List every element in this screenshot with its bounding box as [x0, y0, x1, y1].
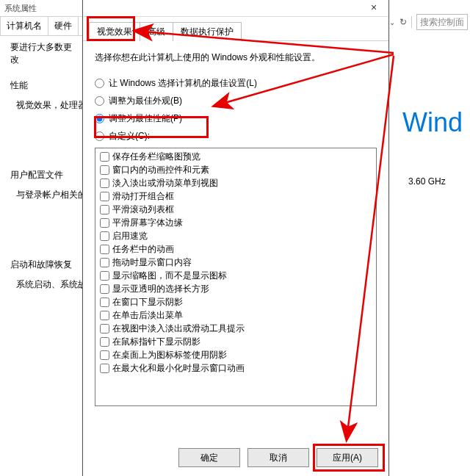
effect-checkbox[interactable]	[100, 258, 109, 267]
effect-checkbox[interactable]	[100, 364, 109, 373]
effect-checkbox-row[interactable]: 平滑滚动列表框	[97, 203, 376, 216]
bg-profile-sub: 与登录帐户相关的	[0, 184, 82, 201]
dialog-tabstrip: 视觉效果 高级 数据执行保护	[83, 21, 388, 41]
effect-checkbox[interactable]	[100, 337, 109, 347]
description-text: 选择你想在此计算机上使用的 Windows 外观和性能设置。	[95, 51, 377, 64]
effect-checkbox-row[interactable]: 在鼠标指针下显示阴影	[97, 335, 376, 348]
effect-checkbox-row[interactable]: 拖动时显示窗口内容	[97, 256, 376, 269]
radio-best-appearance[interactable]: 调整为最佳外观(B)	[95, 92, 377, 109]
effect-checkbox[interactable]	[100, 192, 109, 201]
effect-checkbox-label: 显示缩略图，而不是显示图标	[112, 270, 227, 282]
effect-checkbox[interactable]	[100, 350, 109, 360]
effect-checkbox-row[interactable]: 显示亚透明的选择长方形	[97, 282, 376, 295]
dialog-titlebar: ×	[83, 0, 388, 17]
effect-checkbox[interactable]	[100, 311, 109, 320]
effect-checkbox[interactable]	[100, 178, 109, 188]
radio-best-performance[interactable]: 调整为最佳性能(P)	[95, 109, 377, 127]
effect-checkbox[interactable]	[100, 231, 109, 241]
effect-checkbox[interactable]	[100, 165, 109, 175]
effect-checkbox-label: 在单击后淡出菜单	[112, 309, 183, 322]
effect-checkbox-row[interactable]: 在视图中淡入淡出或滑动工具提示	[97, 322, 376, 335]
effect-checkbox-row[interactable]: 任务栏中的动画	[97, 242, 376, 256]
dialog-button-row: 确定 取消 应用(A)	[178, 448, 378, 467]
effect-checkbox-row[interactable]: 滑动打开组合框	[97, 190, 376, 203]
bg-startup-sub: 系统启动、系统故	[0, 274, 82, 291]
radio-label: 调整为最佳外观(B)	[109, 95, 182, 107]
effect-checkbox-label: 平滑滚动列表框	[112, 203, 174, 216]
effect-checkbox-label: 窗口内的动画控件和元素	[112, 164, 209, 176]
refresh-icon[interactable]: ↻	[400, 17, 407, 27]
explorer-toolbar-fragment: ⌄ ↻ 搜索控制面	[389, 15, 468, 29]
chevron-down-icon[interactable]: ⌄	[389, 18, 395, 26]
effect-checkbox-label: 保存任务栏缩略图预览	[112, 151, 200, 163]
cpu-ghz-text: 3.60 GHz	[408, 176, 446, 187]
radio-let-windows-choose[interactable]: 让 Windows 选择计算机的最佳设置(L)	[95, 74, 377, 92]
radio-input[interactable]	[95, 96, 104, 106]
effect-checkbox[interactable]	[100, 218, 109, 228]
bg-titlebar: 系统属性	[0, 0, 87, 17]
radio-input[interactable]	[95, 131, 104, 141]
search-input[interactable]: 搜索控制面	[416, 14, 468, 30]
effect-checkbox-label: 在视图中淡入淡出或滑动工具提示	[112, 322, 245, 335]
effect-checkbox-label: 启用速览	[112, 230, 148, 242]
bg-tab-hardware[interactable]: 硬件	[48, 16, 79, 35]
effect-checkbox-row[interactable]: 启用速览	[97, 229, 376, 242]
cancel-button[interactable]: 取消	[247, 448, 309, 467]
radio-label: 让 Windows 选择计算机的最佳设置(L)	[109, 77, 257, 90]
effects-checkbox-panel[interactable]: 保存任务栏缩略图预览窗口内的动画控件和元素淡入淡出或滑动菜单到视图滑动打开组合框…	[95, 148, 377, 406]
bg-startup-title: 启动和故障恢复	[0, 245, 82, 274]
tab-advanced[interactable]: 高级	[140, 22, 173, 41]
effect-checkbox-label: 显示亚透明的选择长方形	[112, 283, 209, 295]
effect-checkbox-row[interactable]: 在窗口下显示阴影	[97, 295, 376, 309]
effect-checkbox[interactable]	[100, 152, 109, 162]
effect-checkbox-label: 在窗口下显示阴影	[112, 296, 183, 309]
close-icon[interactable]: ×	[359, 0, 388, 16]
bg-tabstrip: 计算机名 硬件	[0, 16, 82, 36]
effect-checkbox[interactable]	[100, 245, 109, 254]
tab-dep[interactable]: 数据执行保护	[173, 22, 242, 41]
effect-checkbox[interactable]	[100, 205, 109, 214]
radio-input[interactable]	[95, 114, 104, 123]
apply-button[interactable]: 应用(A)	[317, 448, 378, 467]
effect-checkbox-label: 淡入淡出或滑动菜单到视图	[112, 177, 218, 190]
effect-checkbox-row[interactable]: 窗口内的动画控件和元素	[97, 163, 376, 176]
effect-checkbox-label: 拖动时显示窗口内容	[112, 256, 192, 269]
effect-checkbox-row[interactable]: 显示缩略图，而不是显示图标	[97, 269, 376, 282]
effect-checkbox-label: 任务栏中的动画	[112, 243, 174, 256]
effect-checkbox-label: 在桌面上为图标标签使用阴影	[112, 349, 227, 361]
effect-checkbox[interactable]	[100, 298, 109, 307]
ok-button[interactable]: 确定	[178, 448, 240, 467]
tab-visual-effects[interactable]: 视觉效果	[89, 22, 140, 41]
radio-custom[interactable]: 自定义(C):	[95, 127, 377, 145]
radio-label: 调整为最佳性能(P)	[109, 112, 182, 125]
effect-checkbox-label: 滑动打开组合框	[112, 190, 174, 203]
bg-advice-text: 要进行大多数更改	[0, 35, 82, 66]
windows-logo-text: Wind	[402, 107, 463, 138]
effect-checkbox[interactable]	[100, 284, 109, 294]
bg-perf-sub: 视觉效果，处理器	[0, 95, 82, 112]
effect-checkbox-row[interactable]: 在最大化和最小化时显示窗口动画	[97, 361, 376, 375]
performance-options-dialog: × 视觉效果 高级 数据执行保护 选择你想在此计算机上使用的 Windows 外…	[82, 0, 389, 476]
bg-perf-title: 性能	[0, 66, 82, 95]
effect-checkbox-row[interactable]: 保存任务栏缩略图预览	[97, 150, 376, 163]
effect-checkbox-row[interactable]: 平滑屏幕字体边缘	[97, 216, 376, 229]
effect-checkbox-label: 在鼠标指针下显示阴影	[112, 336, 200, 348]
effect-checkbox-row[interactable]: 淡入淡出或滑动菜单到视图	[97, 176, 376, 190]
radio-input[interactable]	[95, 79, 104, 88]
radio-label: 自定义(C):	[109, 130, 150, 143]
bg-tab-computer-name[interactable]: 计算机名	[0, 16, 48, 35]
effect-checkbox-row[interactable]: 在单击后淡出菜单	[97, 309, 376, 322]
effect-checkbox-label: 平滑屏幕字体边缘	[112, 217, 183, 229]
effect-checkbox-row[interactable]: 在桌面上为图标标签使用阴影	[97, 348, 376, 361]
bg-profile-title: 用户配置文件	[0, 156, 82, 184]
effect-checkbox-label: 在最大化和最小化时显示窗口动画	[112, 362, 245, 375]
effect-checkbox[interactable]	[100, 271, 109, 281]
effect-checkbox[interactable]	[100, 324, 109, 333]
